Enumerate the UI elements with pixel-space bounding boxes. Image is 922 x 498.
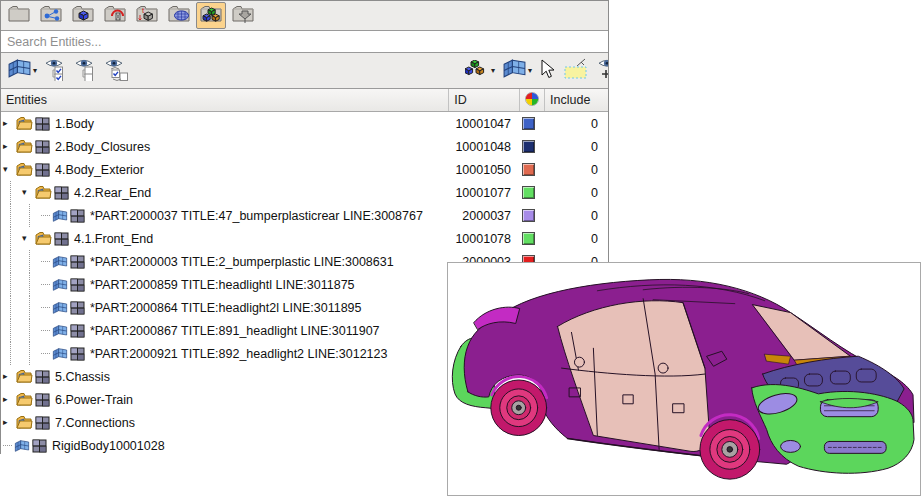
- folder-connections-icon: [39, 3, 63, 28]
- include-value: 0: [547, 140, 608, 154]
- folder-plain-icon: [7, 3, 31, 28]
- color-swatch[interactable]: [522, 117, 535, 130]
- component-mode-dropdown-button[interactable]: ▾: [502, 59, 532, 82]
- model-viewport[interactable]: [447, 262, 921, 496]
- color-swatch[interactable]: [522, 163, 535, 176]
- expand-arrow-icon[interactable]: ▸: [1, 388, 16, 411]
- tree-guide: [20, 250, 39, 273]
- tree-guide-stub: [1, 434, 14, 457]
- folder-loadsteps-button[interactable]: [100, 2, 130, 29]
- tree-guide: [20, 342, 39, 365]
- entity-id: 10001050: [454, 163, 520, 177]
- show-plus-button[interactable]: [596, 57, 608, 85]
- part-icon: [70, 209, 85, 223]
- folder-solids-icon: [71, 3, 95, 28]
- color-cell[interactable]: [520, 232, 547, 245]
- selector-arrow-button[interactable]: [539, 59, 556, 83]
- tree-guide: [20, 319, 39, 342]
- show-checked-button[interactable]: [43, 57, 67, 85]
- include-value: 0: [547, 163, 608, 177]
- tree-row[interactable]: ▾4.Body_Exterior100010500: [1, 158, 608, 181]
- folder-solids-button[interactable]: [68, 2, 98, 29]
- tree-row[interactable]: *PART:2000037 TITLE:47_bumperplasticrear…: [1, 204, 608, 227]
- collapse-arrow-icon[interactable]: ▾: [1, 158, 16, 181]
- display-toolbar-right: ▾▾: [465, 57, 608, 85]
- entity-label: 5.Chassis: [52, 370, 454, 384]
- column-header-id[interactable]: ID: [449, 89, 520, 111]
- entity-id: 10001047: [454, 117, 520, 131]
- tree-row[interactable]: ▾4.1.Front_End100010780: [1, 227, 608, 250]
- tree-row[interactable]: ▸2.Body_Closures100010480: [1, 135, 608, 158]
- collapse-arrow-icon[interactable]: ▾: [20, 227, 35, 250]
- expand-arrow-icon[interactable]: ▸: [1, 365, 16, 388]
- tree-row[interactable]: ▸1.Body100010470: [1, 112, 608, 135]
- eye-reverse-icon: [103, 57, 129, 85]
- folder-icon: [16, 116, 33, 131]
- components-display-dropdown-button[interactable]: ▾: [465, 60, 495, 81]
- color-swatch[interactable]: [522, 186, 535, 199]
- folder-components-button[interactable]: [196, 2, 226, 29]
- color-cell[interactable]: [520, 117, 547, 130]
- color-swatch[interactable]: [522, 140, 535, 153]
- component-icon: [52, 278, 68, 292]
- tree-row[interactable]: ▾4.2.Rear_End100010770: [1, 181, 608, 204]
- folder-connections-button[interactable]: [36, 2, 66, 29]
- entity-label: *PART:2000859 TITLE:headlightl LINE:3011…: [87, 278, 454, 292]
- column-header-color[interactable]: [520, 89, 545, 111]
- folder-includes-button[interactable]: [228, 2, 258, 29]
- part-icon: [35, 117, 50, 131]
- entity-label: *PART:2000921 TITLE:892_headlight2 LINE:…: [87, 347, 454, 361]
- color-cell[interactable]: [520, 140, 547, 153]
- component-icon: [52, 209, 68, 223]
- component-view-dropdown-button[interactable]: ▾: [7, 59, 37, 82]
- search-input[interactable]: [1, 31, 608, 52]
- column-header-entities[interactable]: Entities: [1, 89, 449, 111]
- color-cell[interactable]: [520, 186, 547, 199]
- flag-icon: [502, 59, 527, 82]
- entity-label: *PART:2000867 TITLE:891_headlight LINE:3…: [87, 324, 454, 338]
- color-cell[interactable]: [520, 163, 547, 176]
- folder-icon: [35, 231, 52, 246]
- collapse-arrow-icon[interactable]: ▾: [20, 181, 35, 204]
- entity-label: *PART:2000003 TITLE:2_bumperplastic LINE…: [87, 255, 454, 269]
- entity-id: 10001048: [454, 140, 520, 154]
- display-toolbar: ▾ ▾▾: [1, 53, 608, 89]
- reverse-shown-button[interactable]: [103, 57, 129, 85]
- folder-icon: [16, 162, 33, 177]
- expand-arrow-icon[interactable]: ▸: [1, 135, 16, 158]
- expand-arrow-icon[interactable]: ▸: [1, 411, 16, 434]
- part-icon: [35, 370, 50, 384]
- tree-guide-stub: [39, 342, 52, 365]
- part-icon: [70, 301, 85, 315]
- entity-label: 4.Body_Exterior: [52, 163, 454, 177]
- entity-id: 10001077: [454, 186, 520, 200]
- entity-label: 2.Body_Closures: [52, 140, 454, 154]
- entity-label: 7.Connections: [52, 416, 454, 430]
- folder-plain-button[interactable]: [4, 2, 34, 29]
- folder-mesh-button[interactable]: [164, 2, 194, 29]
- highlight-icon: [563, 58, 589, 84]
- component-icon: [52, 324, 68, 338]
- folder-systems-icon: t: [135, 3, 159, 28]
- hide-unchecked-button[interactable]: [73, 57, 97, 85]
- folder-loadsteps-icon: [103, 3, 127, 28]
- include-value: 0: [547, 186, 608, 200]
- color-cell[interactable]: [520, 209, 547, 222]
- include-value: 0: [547, 117, 608, 131]
- part-icon: [70, 255, 85, 269]
- eye-checked-icon: [43, 57, 67, 85]
- component-icon: [52, 301, 68, 315]
- tree-guide-stub: [39, 273, 52, 296]
- part-icon: [70, 347, 85, 361]
- folder-systems-button[interactable]: t: [132, 2, 162, 29]
- chevron-down-icon: ▾: [528, 66, 532, 75]
- flag-icon: [7, 59, 32, 82]
- expand-arrow-icon[interactable]: ▸: [1, 112, 16, 135]
- selection-highlight-button[interactable]: [563, 58, 589, 84]
- tree-guide-stub: [39, 296, 52, 319]
- column-header-include[interactable]: Include: [545, 89, 608, 111]
- color-swatch[interactable]: [522, 209, 535, 222]
- color-swatch[interactable]: [522, 232, 535, 245]
- chevron-down-icon: ▾: [491, 66, 495, 75]
- component-icon: [52, 255, 68, 269]
